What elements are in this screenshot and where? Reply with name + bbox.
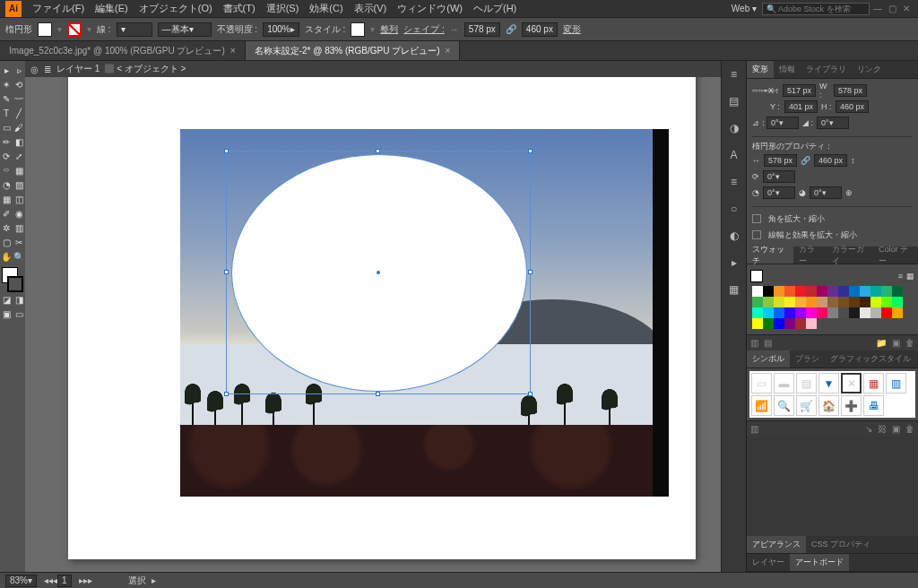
pathfinder-icon[interactable]: ○ — [726, 201, 742, 217]
prop-w[interactable]: 578 px — [764, 154, 797, 167]
tab-info[interactable]: 情報 — [774, 61, 801, 78]
w-field[interactable]: 578 px — [834, 84, 867, 97]
layers-icon[interactable]: ≣ — [44, 65, 51, 74]
symbol-item[interactable]: 📶 — [751, 395, 772, 416]
panel-toggle-icon[interactable]: ≡ — [726, 66, 742, 82]
free-transform-tool[interactable]: ▦ — [13, 163, 25, 177]
handle-s[interactable] — [376, 392, 380, 396]
swatch[interactable] — [752, 307, 763, 318]
handle-se[interactable] — [528, 392, 533, 396]
brush-tool[interactable]: 🖌 — [13, 120, 25, 134]
swatch[interactable] — [774, 297, 784, 307]
swatch[interactable] — [860, 286, 870, 297]
swatch[interactable] — [881, 297, 892, 307]
height-field[interactable]: 460 px — [522, 22, 558, 37]
eyedropper-tool[interactable]: ✐ — [0, 206, 13, 220]
symbol-item[interactable]: 🖶 — [863, 395, 884, 416]
swatch[interactable] — [806, 286, 817, 297]
symbol-sprayer-tool[interactable]: ✲ — [0, 220, 13, 235]
swatch[interactable] — [774, 307, 784, 318]
h-field[interactable]: 460 px — [836, 100, 869, 113]
swatch-kind-icon[interactable]: ▤ — [764, 338, 772, 348]
handle-w[interactable] — [224, 270, 229, 274]
tab-links[interactable]: リンク — [852, 61, 887, 78]
swatch[interactable] — [838, 297, 849, 307]
tab-graphic-styles[interactable]: グラフィックスタイル — [825, 350, 916, 368]
rectangle-tool[interactable]: ▭ — [0, 120, 13, 134]
blend-tool[interactable]: ◉ — [13, 206, 25, 220]
swatch[interactable] — [827, 307, 838, 318]
symbol-item[interactable]: ▭ — [751, 373, 772, 393]
rotate-tool[interactable]: ⟳ — [0, 149, 13, 163]
tab-brushes[interactable]: ブラシ — [790, 350, 825, 368]
swatch[interactable] — [827, 286, 838, 297]
prev-artboard-icon[interactable]: ◂◂ — [44, 575, 53, 585]
scale-corners-option[interactable]: 角を拡大・縮小 — [752, 211, 913, 227]
swatch[interactable] — [806, 307, 817, 318]
swatch[interactable] — [849, 286, 860, 297]
menu-window[interactable]: ウィンドウ(W) — [392, 2, 468, 15]
swatch[interactable] — [752, 297, 763, 307]
new-symbol-icon[interactable]: ▣ — [892, 424, 900, 434]
canvas[interactable]: ◎ ≣ レイヤー 1 ▥ < オブジェクト > — [25, 61, 721, 572]
slice-tool[interactable]: ✂ — [13, 235, 25, 249]
eraser-tool[interactable]: ◧ — [13, 134, 25, 149]
center-point[interactable] — [377, 271, 380, 274]
swatch[interactable] — [838, 307, 849, 318]
align-icon[interactable]: ▸ — [726, 255, 742, 271]
close-icon[interactable]: ✕ — [900, 3, 913, 15]
swatch[interactable] — [795, 318, 806, 329]
perspective-tool[interactable]: ▨ — [13, 177, 25, 192]
swatch[interactable] — [784, 307, 795, 318]
swatch[interactable] — [892, 297, 903, 307]
screen-mode-icon[interactable]: ▭ — [13, 307, 25, 321]
artboard-nav[interactable]: 1 — [57, 575, 72, 587]
width-field[interactable]: 578 px — [464, 22, 500, 37]
workspace-switcher[interactable]: Web ▾ — [732, 4, 757, 13]
menu-effect[interactable]: 効果(C) — [304, 2, 348, 15]
swatch-libraries-icon[interactable]: ▥ — [750, 338, 758, 348]
swatch[interactable] — [860, 307, 870, 318]
gradient-mode-icon[interactable]: ◨ — [13, 292, 25, 307]
handle-ne[interactable] — [528, 149, 533, 153]
target-icon[interactable]: ◎ — [30, 65, 39, 74]
swatch[interactable] — [763, 307, 774, 318]
menu-object[interactable]: オブジェクト(O) — [134, 2, 218, 15]
symbol-item[interactable]: ✕ — [841, 373, 862, 393]
zoom-tool[interactable]: 🔍 — [13, 249, 25, 264]
menu-help[interactable]: ヘルプ(H) — [468, 2, 522, 15]
reset-pie-icon[interactable]: ⊕ — [845, 188, 853, 197]
prop-pie2[interactable]: 0° ▾ — [810, 186, 842, 199]
next-artboard-icon[interactable]: ▸▸ — [83, 575, 92, 585]
new-group-icon[interactable]: 📁 — [876, 338, 887, 348]
swatch[interactable] — [849, 307, 860, 318]
swatch[interactable] — [763, 286, 774, 297]
new-swatch-icon[interactable]: ▣ — [892, 338, 900, 348]
magic-wand-tool[interactable]: ✶ — [0, 77, 13, 91]
tab-color-themes[interactable]: Color テー — [873, 246, 918, 264]
color-icon[interactable]: ◑ — [726, 120, 742, 136]
swatch[interactable] — [870, 297, 881, 307]
swatches-list-icon[interactable]: ≡ — [898, 272, 903, 281]
lasso-tool[interactable]: ⟲ — [13, 77, 25, 91]
shape-builder-tool[interactable]: ◔ — [0, 177, 13, 192]
menu-file[interactable]: ファイル(F) — [27, 2, 90, 15]
symbol-item[interactable]: ▼ — [818, 373, 839, 393]
selection-tool[interactable]: ▸ — [0, 63, 13, 77]
swatch[interactable] — [784, 297, 795, 307]
swatch[interactable] — [774, 286, 784, 297]
swatch[interactable] — [752, 286, 763, 297]
swatch[interactable] — [806, 297, 817, 307]
swatch[interactable] — [752, 318, 763, 329]
close-icon[interactable]: × — [445, 46, 450, 56]
swatch[interactable] — [774, 318, 784, 329]
maximize-icon[interactable]: ▢ — [886, 3, 898, 15]
swatch[interactable] — [881, 307, 892, 318]
symbol-item[interactable]: ▤ — [796, 373, 817, 393]
symbol-item[interactable]: 🛒 — [796, 395, 817, 416]
menu-select[interactable]: 選択(S) — [261, 2, 305, 15]
hand-tool[interactable]: ✋ — [0, 249, 13, 264]
shape-link[interactable]: シェイプ : — [403, 23, 445, 36]
fill-stroke-indicator[interactable] — [0, 267, 25, 292]
swatch[interactable] — [817, 297, 827, 307]
